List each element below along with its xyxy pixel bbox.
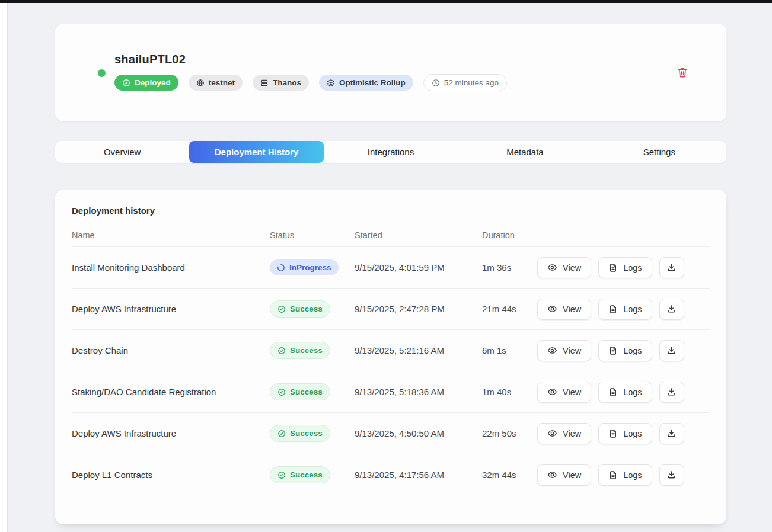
layers-icon: [327, 79, 335, 87]
table-row: Deploy AWS Infrastructure Success 9/13/2…: [72, 412, 710, 454]
online-status-dot: [98, 69, 106, 77]
download-button[interactable]: [659, 423, 684, 444]
duration-value: 21m 44s: [482, 304, 537, 314]
check-circle-icon: [277, 471, 286, 479]
left-rail-edge: [0, 3, 8, 532]
status-badge: Success: [270, 342, 330, 359]
started-timestamp: 9/13/2025, 4:50:50 AM: [355, 428, 482, 438]
logs-button[interactable]: Logs: [598, 340, 652, 361]
download-button[interactable]: [659, 464, 684, 486]
window-top-bar: [0, 0, 772, 3]
file-text-icon: [608, 429, 618, 438]
spinner-icon: [277, 264, 285, 272]
table-row: Install Monitoring Dashboard InProgress …: [72, 246, 710, 288]
download-button[interactable]: [659, 299, 684, 320]
download-button[interactable]: [659, 382, 684, 403]
download-button[interactable]: [659, 257, 684, 278]
tab-settings[interactable]: Settings: [592, 141, 726, 163]
server-icon: [260, 79, 269, 87]
status-text: Success: [290, 304, 323, 314]
eye-icon: [547, 387, 557, 397]
page-title: shailuPTL02: [114, 53, 507, 66]
check-circle-icon: [277, 388, 286, 396]
tab-bar: Overview Deployment History Integrations…: [55, 141, 726, 163]
status-text: Success: [290, 345, 323, 355]
download-icon: [666, 345, 677, 355]
status-badge: Success: [270, 383, 330, 400]
row-actions: View Logs: [537, 423, 710, 444]
row-actions: View Logs: [537, 464, 710, 486]
table-row: Destroy Chain Success 9/13/2025, 5:21:16…: [72, 329, 710, 371]
view-button[interactable]: View: [537, 382, 591, 403]
view-button[interactable]: View: [537, 257, 591, 278]
status-badge-deployed: Deployed: [114, 75, 178, 91]
row-actions: View Logs: [537, 340, 710, 361]
deployment-name: Deploy L1 Contracts: [72, 470, 270, 480]
column-header-name: Name: [72, 230, 270, 240]
duration-value: 1m 40s: [482, 387, 537, 397]
table-header-row: Name Status Started Duration: [72, 224, 710, 246]
duration-value: 22m 50s: [482, 428, 537, 438]
started-timestamp: 9/15/2025, 2:47:28 PM: [355, 304, 482, 314]
view-button[interactable]: View: [537, 340, 591, 361]
view-button[interactable]: View: [537, 299, 591, 320]
started-timestamp: 9/15/2025, 4:01:59 PM: [355, 262, 482, 273]
logs-button[interactable]: Logs: [598, 423, 652, 444]
duration-value: 6m 1s: [482, 345, 537, 355]
view-button[interactable]: View: [537, 423, 591, 444]
row-actions: View Logs: [537, 257, 710, 278]
deployment-name: Deploy AWS Infrastructure: [72, 428, 270, 438]
badges-row: Deployed testnet Thanos Optimistic Rollu…: [114, 74, 507, 91]
duration-value: 1m 36s: [482, 262, 537, 273]
download-icon: [666, 387, 677, 397]
column-header-started: Started: [355, 230, 482, 240]
logs-button[interactable]: Logs: [598, 382, 652, 403]
eye-icon: [547, 428, 557, 438]
trash-icon: [677, 66, 688, 78]
check-circle-icon: [122, 79, 130, 87]
logs-button[interactable]: Logs: [598, 257, 652, 278]
download-icon: [666, 470, 677, 480]
download-icon: [666, 262, 677, 273]
started-timestamp: 9/13/2025, 4:17:56 AM: [355, 470, 482, 480]
status-badge: Success: [270, 425, 330, 442]
deployment-history-card: Deployment history Name Status Started D…: [55, 190, 726, 524]
section-title: Deployment history: [72, 206, 726, 216]
status-badge: InProgress: [270, 259, 339, 275]
status-text: Success: [290, 470, 323, 480]
last-deployed-badge: 52 minutes ago: [423, 74, 507, 91]
file-text-icon: [608, 305, 618, 314]
deployment-name: Install Monitoring Dashboard: [72, 262, 270, 273]
deployment-name: Destroy Chain: [72, 345, 270, 355]
column-header-status: Status: [270, 230, 355, 240]
status-text: Success: [290, 387, 323, 397]
table-row: Deploy L1 Contracts Success 9/13/2025, 4…: [72, 454, 710, 495]
started-timestamp: 9/13/2025, 5:18:36 AM: [355, 387, 482, 397]
row-actions: View Logs: [537, 382, 710, 403]
eye-icon: [547, 345, 557, 355]
clock-icon: [432, 79, 440, 87]
started-timestamp: 9/13/2025, 5:21:16 AM: [355, 345, 482, 355]
check-circle-icon: [277, 430, 286, 438]
view-button[interactable]: View: [537, 464, 591, 486]
download-icon: [666, 428, 677, 438]
chain-header-card: shailuPTL02 Deployed testnet Thanos Opti…: [55, 24, 726, 121]
duration-value: 32m 44s: [482, 470, 537, 480]
deployment-name: Staking/DAO Candidate Registration: [72, 387, 270, 397]
logs-button[interactable]: Logs: [598, 464, 652, 486]
tab-deployment-history[interactable]: Deployment History: [189, 141, 323, 163]
download-icon: [666, 304, 677, 314]
tab-integrations[interactable]: Integrations: [324, 141, 458, 163]
tab-metadata[interactable]: Metadata: [458, 141, 592, 163]
rollup-type-badge: Optimistic Rollup: [319, 75, 413, 91]
delete-chain-button[interactable]: [675, 65, 690, 81]
download-button[interactable]: [659, 340, 684, 361]
status-badge: Success: [270, 300, 330, 318]
logs-button[interactable]: Logs: [598, 299, 652, 320]
tab-overview[interactable]: Overview: [55, 141, 189, 163]
file-text-icon: [608, 387, 618, 397]
network-badge: testnet: [189, 75, 243, 91]
eye-icon: [547, 262, 557, 273]
deployment-history-table: Name Status Started Duration Install Mon…: [72, 224, 710, 495]
eye-icon: [547, 304, 557, 314]
